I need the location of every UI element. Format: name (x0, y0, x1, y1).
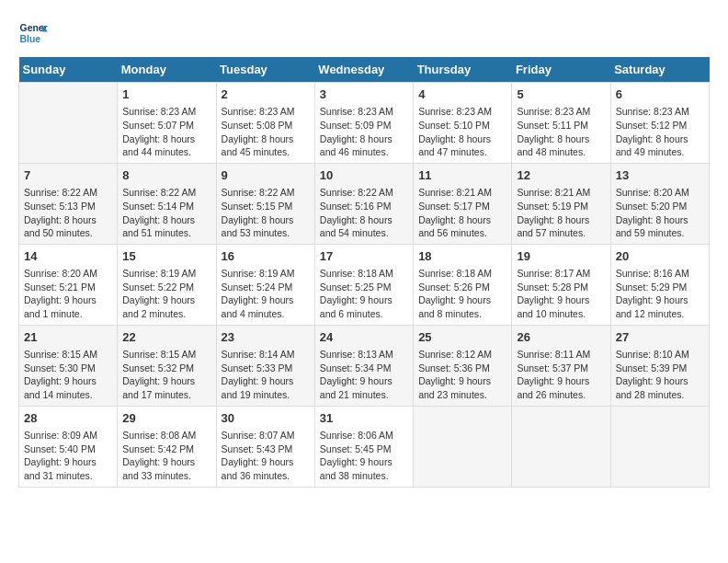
day-number: 31 (320, 410, 408, 427)
day-number: 19 (517, 248, 605, 265)
calendar-cell: 13Sunrise: 8:20 AMSunset: 5:20 PMDayligh… (610, 163, 709, 244)
calendar-cell: 12Sunrise: 8:21 AMSunset: 5:19 PMDayligh… (512, 163, 610, 244)
calendar-cell: 18Sunrise: 8:18 AMSunset: 5:26 PMDayligh… (414, 244, 512, 325)
day-number: 9 (222, 167, 310, 184)
calendar-table: SundayMondayTuesdayWednesdayThursdayFrid… (18, 57, 710, 488)
day-info: Sunrise: 8:20 AMSunset: 5:20 PMDaylight:… (616, 186, 704, 240)
calendar-cell: 26Sunrise: 8:11 AMSunset: 5:37 PMDayligh… (512, 325, 610, 406)
day-number: 6 (616, 86, 704, 103)
day-number: 1 (122, 86, 210, 103)
calendar-cell: 20Sunrise: 8:16 AMSunset: 5:29 PMDayligh… (610, 244, 709, 325)
calendar-cell: 28Sunrise: 8:09 AMSunset: 5:40 PMDayligh… (19, 406, 118, 487)
day-info: Sunrise: 8:07 AMSunset: 5:43 PMDaylight:… (222, 429, 310, 483)
day-info: Sunrise: 8:22 AMSunset: 5:14 PMDaylight:… (122, 186, 210, 240)
day-info: Sunrise: 8:22 AMSunset: 5:13 PMDaylight:… (24, 186, 112, 240)
calendar-cell: 5Sunrise: 8:23 AMSunset: 5:11 PMDaylight… (512, 83, 610, 164)
day-info: Sunrise: 8:23 AMSunset: 5:10 PMDaylight:… (418, 105, 506, 159)
day-info: Sunrise: 8:14 AMSunset: 5:33 PMDaylight:… (222, 348, 310, 402)
calendar-cell: 25Sunrise: 8:12 AMSunset: 5:36 PMDayligh… (414, 325, 512, 406)
calendar-cell: 14Sunrise: 8:20 AMSunset: 5:21 PMDayligh… (19, 244, 118, 325)
day-number: 14 (24, 248, 112, 265)
day-number: 21 (24, 329, 112, 346)
day-info: Sunrise: 8:20 AMSunset: 5:21 PMDaylight:… (24, 267, 112, 321)
day-number: 24 (320, 329, 408, 346)
svg-text:Blue: Blue (20, 34, 41, 44)
day-info: Sunrise: 8:15 AMSunset: 5:32 PMDaylight:… (122, 348, 210, 402)
day-info: Sunrise: 8:13 AMSunset: 5:34 PMDaylight:… (320, 348, 408, 402)
day-number: 30 (222, 410, 310, 427)
day-number: 10 (320, 167, 408, 184)
day-info: Sunrise: 8:21 AMSunset: 5:17 PMDaylight:… (418, 186, 506, 240)
day-number: 22 (122, 329, 210, 346)
day-number: 3 (320, 86, 408, 103)
calendar-cell: 17Sunrise: 8:18 AMSunset: 5:25 PMDayligh… (314, 244, 413, 325)
day-number: 8 (122, 167, 210, 184)
day-number: 4 (418, 86, 506, 103)
day-info: Sunrise: 8:18 AMSunset: 5:26 PMDaylight:… (418, 267, 506, 321)
day-number: 20 (616, 248, 704, 265)
calendar-cell: 15Sunrise: 8:19 AMSunset: 5:22 PMDayligh… (118, 244, 216, 325)
weekday-header-monday: Monday (118, 57, 216, 83)
day-number: 13 (616, 167, 704, 184)
calendar-cell: 8Sunrise: 8:22 AMSunset: 5:14 PMDaylight… (118, 163, 216, 244)
calendar-cell: 9Sunrise: 8:22 AMSunset: 5:15 PMDaylight… (216, 163, 314, 244)
day-number: 18 (418, 248, 506, 265)
day-info: Sunrise: 8:19 AMSunset: 5:24 PMDaylight:… (222, 267, 310, 321)
calendar-cell: 24Sunrise: 8:13 AMSunset: 5:34 PMDayligh… (314, 325, 413, 406)
day-number: 23 (222, 329, 310, 346)
calendar-cell: 3Sunrise: 8:23 AMSunset: 5:09 PMDaylight… (314, 83, 413, 164)
day-number: 7 (24, 167, 112, 184)
weekday-header-friday: Friday (512, 57, 610, 83)
calendar-cell: 30Sunrise: 8:07 AMSunset: 5:43 PMDayligh… (216, 406, 314, 487)
day-number: 11 (418, 167, 506, 184)
day-info: Sunrise: 8:10 AMSunset: 5:39 PMDaylight:… (616, 348, 704, 402)
day-number: 16 (222, 248, 310, 265)
weekday-header-thursday: Thursday (414, 57, 512, 83)
calendar-cell (610, 406, 709, 487)
day-number: 17 (320, 248, 408, 265)
day-info: Sunrise: 8:23 AMSunset: 5:12 PMDaylight:… (616, 105, 704, 159)
weekday-header-tuesday: Tuesday (216, 57, 314, 83)
day-info: Sunrise: 8:08 AMSunset: 5:42 PMDaylight:… (122, 429, 210, 483)
weekday-header-sunday: Sunday (19, 57, 118, 83)
weekday-header-wednesday: Wednesday (314, 57, 413, 83)
weekday-header-saturday: Saturday (610, 57, 709, 83)
calendar-cell: 19Sunrise: 8:17 AMSunset: 5:28 PMDayligh… (512, 244, 610, 325)
day-number: 5 (517, 86, 605, 103)
calendar-cell: 10Sunrise: 8:22 AMSunset: 5:16 PMDayligh… (314, 163, 413, 244)
day-number: 15 (122, 248, 210, 265)
calendar-cell (414, 406, 512, 487)
day-number: 28 (24, 410, 112, 427)
day-info: Sunrise: 8:06 AMSunset: 5:45 PMDaylight:… (320, 429, 408, 483)
day-info: Sunrise: 8:18 AMSunset: 5:25 PMDaylight:… (320, 267, 408, 321)
calendar-cell: 23Sunrise: 8:14 AMSunset: 5:33 PMDayligh… (216, 325, 314, 406)
day-number: 26 (517, 329, 605, 346)
day-info: Sunrise: 8:16 AMSunset: 5:29 PMDaylight:… (616, 267, 704, 321)
calendar-cell: 31Sunrise: 8:06 AMSunset: 5:45 PMDayligh… (314, 406, 413, 487)
calendar-cell: 22Sunrise: 8:15 AMSunset: 5:32 PMDayligh… (118, 325, 216, 406)
calendar-cell: 16Sunrise: 8:19 AMSunset: 5:24 PMDayligh… (216, 244, 314, 325)
calendar-cell: 2Sunrise: 8:23 AMSunset: 5:08 PMDaylight… (216, 83, 314, 164)
day-info: Sunrise: 8:15 AMSunset: 5:30 PMDaylight:… (24, 348, 112, 402)
day-info: Sunrise: 8:21 AMSunset: 5:19 PMDaylight:… (517, 186, 605, 240)
calendar-cell: 11Sunrise: 8:21 AMSunset: 5:17 PMDayligh… (414, 163, 512, 244)
day-info: Sunrise: 8:23 AMSunset: 5:09 PMDaylight:… (320, 105, 408, 159)
calendar-cell: 29Sunrise: 8:08 AMSunset: 5:42 PMDayligh… (118, 406, 216, 487)
day-info: Sunrise: 8:23 AMSunset: 5:11 PMDaylight:… (517, 105, 605, 159)
calendar-cell: 27Sunrise: 8:10 AMSunset: 5:39 PMDayligh… (610, 325, 709, 406)
day-number: 12 (517, 167, 605, 184)
day-number: 27 (616, 329, 704, 346)
day-number: 2 (222, 86, 310, 103)
day-info: Sunrise: 8:17 AMSunset: 5:28 PMDaylight:… (517, 267, 605, 321)
calendar-cell (19, 83, 118, 164)
day-info: Sunrise: 8:09 AMSunset: 5:40 PMDaylight:… (24, 429, 112, 483)
calendar-cell: 7Sunrise: 8:22 AMSunset: 5:13 PMDaylight… (19, 163, 118, 244)
day-number: 29 (122, 410, 210, 427)
logo-icon: General Blue (18, 18, 48, 48)
day-info: Sunrise: 8:23 AMSunset: 5:07 PMDaylight:… (122, 105, 210, 159)
logo: General Blue (18, 18, 48, 48)
calendar-cell (512, 406, 610, 487)
day-number: 25 (418, 329, 506, 346)
page-header: General Blue (18, 18, 710, 48)
day-info: Sunrise: 8:12 AMSunset: 5:36 PMDaylight:… (418, 348, 506, 402)
